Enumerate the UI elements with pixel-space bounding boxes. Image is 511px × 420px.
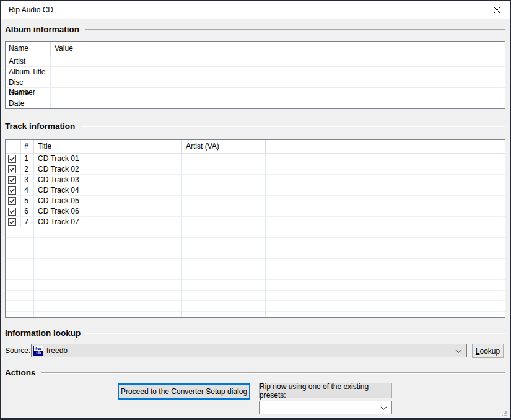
track-row[interactable]: 6 CD Track 06 [6, 206, 505, 217]
track-artist [182, 185, 266, 195]
section-title-album: Album information [5, 25, 79, 34]
track-rows: 1 CD Track 01 2 CD Track 02 [6, 154, 505, 227]
source-dropdown[interactable]: free db freedb [31, 344, 467, 357]
checkbox-checked-icon [8, 218, 16, 226]
track-number: 7 [21, 217, 34, 227]
close-button[interactable] [483, 1, 510, 19]
track-title: CD Track 07 [34, 217, 182, 227]
album-info-row[interactable]: Date [6, 98, 505, 109]
album-field-name: Artist [6, 56, 51, 66]
track-checkbox[interactable] [6, 217, 21, 227]
proceed-button-label: Proceed to the Converter Setup dialog [121, 387, 247, 396]
section-divider [85, 29, 505, 30]
track-number: 3 [21, 175, 34, 185]
track-title: CD Track 06 [34, 206, 182, 216]
chevron-down-icon [380, 406, 387, 410]
checkbox-checked-icon [8, 208, 16, 216]
album-info-table: Name Value Artist Album Title Disc Numbe… [5, 41, 505, 109]
album-field-name: Date [6, 98, 51, 109]
track-artist [182, 196, 266, 206]
track-artist [182, 154, 266, 164]
track-number: 4 [21, 185, 34, 195]
checkbox-checked-icon [8, 186, 16, 195]
track-number: 5 [21, 196, 34, 206]
track-artist [182, 217, 266, 227]
album-field-value[interactable] [51, 88, 237, 98]
checkbox-checked-icon [8, 165, 16, 173]
source-selected-value: freedb [46, 346, 68, 355]
album-field-value[interactable] [51, 77, 237, 87]
album-field-name: Genre [6, 88, 51, 98]
actions-section-header: Actions [5, 367, 505, 378]
track-title: CD Track 05 [34, 196, 182, 206]
album-header-name[interactable]: Name [6, 42, 51, 56]
checkbox-checked-icon [8, 176, 16, 184]
album-table-header: Name Value [6, 42, 505, 56]
window-title: Rip Audio CD [1, 6, 53, 14]
lookup-button-label: Lookup [476, 347, 500, 356]
album-header-value[interactable]: Value [51, 42, 237, 56]
track-number: 1 [21, 154, 34, 164]
track-row[interactable]: 3 CD Track 03 [6, 175, 505, 185]
track-table-empty-area [6, 227, 505, 317]
source-label: Source: [5, 344, 30, 357]
album-field-value[interactable] [51, 56, 237, 66]
rip-now-with-preset-button[interactable]: Rip now using one of the existing preset… [259, 383, 392, 398]
album-info-row[interactable]: Disc Number [6, 77, 505, 88]
track-information-section-header: Track information [5, 121, 505, 131]
track-header-checkbox-column[interactable] [6, 140, 21, 153]
dialog-content: Album information Name Value Artist Albu… [1, 19, 510, 418]
track-row[interactable]: 5 CD Track 05 [6, 196, 505, 206]
track-artist [182, 206, 266, 216]
checkbox-checked-icon [8, 155, 16, 163]
album-info-row[interactable]: Album Title [6, 67, 505, 77]
track-title: CD Track 02 [34, 164, 182, 174]
track-number: 2 [21, 164, 34, 174]
album-information-section-header: Album information [5, 24, 505, 35]
track-title: CD Track 03 [34, 175, 182, 185]
album-field-name: Album Title [6, 67, 51, 77]
track-checkbox[interactable] [6, 196, 21, 206]
section-divider [81, 126, 505, 127]
track-checkbox[interactable] [6, 175, 21, 185]
album-info-row[interactable]: Genre [6, 88, 505, 98]
freedb-icon: free db [33, 346, 43, 356]
album-field-value[interactable] [51, 98, 237, 109]
information-lookup-section-header: Information lookup [5, 328, 505, 338]
track-header-artist[interactable]: Artist (VA) [182, 140, 266, 153]
track-header-number[interactable]: # [21, 140, 34, 153]
track-checkbox[interactable] [6, 154, 21, 164]
album-rows: Artist Album Title Disc Number Genre [6, 56, 505, 109]
album-field-name: Disc Number [6, 77, 51, 87]
resize-grip-icon[interactable] [501, 411, 507, 416]
section-divider [41, 372, 505, 374]
track-checkbox[interactable] [6, 164, 21, 174]
track-row[interactable]: 7 CD Track 07 [6, 217, 505, 227]
checkbox-checked-icon [8, 197, 16, 205]
track-table-header: # Title Artist (VA) [6, 140, 505, 154]
proceed-to-converter-setup-button[interactable]: Proceed to the Converter Setup dialog [118, 383, 250, 400]
section-title-track: Track information [5, 121, 75, 131]
track-checkbox[interactable] [6, 206, 21, 216]
section-title-lookup: Information lookup [5, 328, 81, 338]
album-field-value[interactable] [51, 67, 237, 77]
track-title: CD Track 04 [34, 185, 182, 195]
track-row[interactable]: 4 CD Track 04 [6, 185, 505, 196]
rip-button-label: Rip now using one of the existing preset… [260, 382, 391, 400]
track-row[interactable]: 2 CD Track 02 [6, 164, 505, 175]
track-checkbox[interactable] [6, 185, 21, 195]
track-row[interactable]: 1 CD Track 01 [6, 154, 505, 164]
preset-dropdown[interactable] [259, 401, 392, 414]
section-divider [86, 333, 505, 334]
section-title-actions: Actions [5, 368, 36, 377]
track-number: 6 [21, 206, 34, 216]
close-icon [493, 6, 501, 14]
track-header-title[interactable]: Title [34, 140, 182, 153]
lookup-button[interactable]: Lookup [472, 344, 504, 358]
album-info-row[interactable]: Artist [6, 56, 505, 67]
titlebar[interactable]: Rip Audio CD [1, 1, 510, 19]
track-list-table: # Title Artist (VA) 1 CD Track [5, 139, 505, 318]
rip-audio-cd-dialog: Rip Audio CD Album information Name Valu… [0, 0, 511, 420]
track-title: CD Track 01 [34, 154, 182, 164]
chevron-down-icon [455, 349, 462, 353]
